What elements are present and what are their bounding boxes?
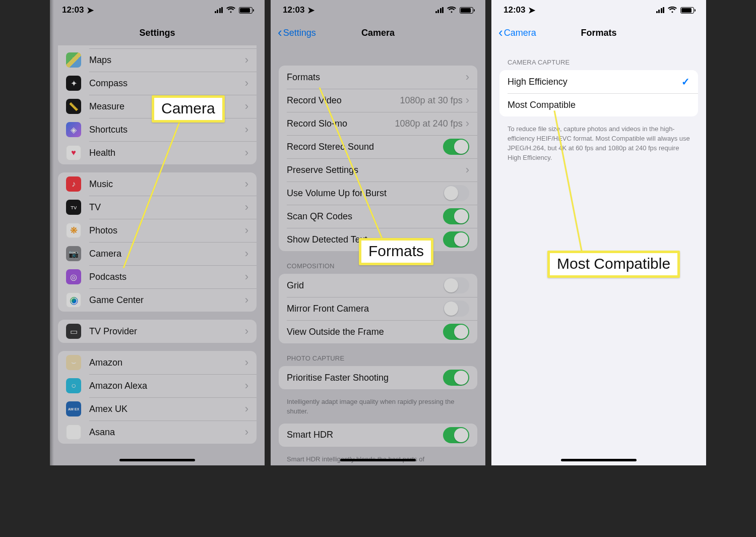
chevron-right-icon: › [245,379,248,392]
camera-row[interactable]: Record Slo-mo1080p at 240 fps› [279,112,477,135]
navbar: ‹ Camera Formats [491,20,706,45]
chevron-right-icon: › [466,71,469,84]
status-bar: 12:03 ➤ [50,0,265,20]
camera-row[interactable]: Use Volume Up for Burst [279,182,477,205]
settings-group-b: ♪ Music › ᴛᴠ TV › Photos › 📷 Camera › ◎ … [58,172,257,312]
section-header-camera-capture: CAMERA CAPTURE [508,58,690,66]
photos-icon [66,223,81,238]
settings-row-health[interactable]: ♥ Health › [58,141,257,164]
navbar: Settings [50,20,265,45]
row-label: Compass [89,78,245,89]
settings-row-measure[interactable]: 📏 Measure › [58,95,257,118]
format-option[interactable]: High Efficiency ✓ [499,70,698,93]
section-footer: To reduce file size, capture photos and … [508,125,690,162]
camera-row[interactable]: Record Video1080p at 30 fps› [279,89,477,112]
row-label: Amazon Alexa [89,381,245,391]
chevron-left-icon: ‹ [278,26,282,39]
settings-row-amex[interactable]: AM EX Amex UK › [58,397,257,421]
settings-row-maps[interactable]: Maps › [58,48,257,72]
chevron-left-icon: ‹ [498,26,503,39]
camera-row[interactable]: Preserve Settings› [279,158,477,182]
settings-row-compass[interactable]: ✦ Compass › [58,72,257,95]
row-label: Camera [89,249,245,259]
row-label: Asana [89,427,245,438]
settings-row-shortcuts[interactable]: ◈ Shortcuts › [58,118,257,141]
camera-row[interactable]: Formats› [279,66,477,89]
chevron-right-icon: › [245,426,248,439]
row-label: Maps [89,55,245,66]
back-button[interactable]: ‹ Settings [278,20,316,45]
settings-row-photos[interactable]: Photos › [58,219,257,242]
chevron-right-icon: › [245,177,248,191]
camera-row[interactable]: Scan QR Codes [279,205,477,228]
toggle[interactable] [443,208,469,224]
settings-row-amazon[interactable]: ⌣ Amazon › [58,351,257,374]
format-option[interactable]: Most Compatible [499,93,698,116]
chevron-right-icon: › [245,247,248,260]
row-label: Grid [287,280,443,291]
home-indicator[interactable] [119,459,195,461]
compass-icon: ✦ [66,76,81,91]
row-label: Amazon [89,357,245,368]
section-header-photo-capture: PHOTO CAPTURE [287,354,469,362]
toggle[interactable] [443,370,469,386]
row-label: Music [89,179,245,190]
toggle[interactable] [443,277,469,293]
shortcuts-icon: ◈ [66,122,81,137]
settings-row-podcasts[interactable]: ◎ Podcasts › [58,265,257,288]
wifi-icon [447,6,456,15]
row-label: Record Video [287,95,400,106]
row-label: Record Stereo Sound [287,142,443,152]
status-bar: 12:03 ➤ [271,0,485,20]
row-label: Formats [287,72,466,83]
camera-row[interactable]: Show Detected Text [279,228,477,251]
row-value: 1080p at 30 fps [400,95,463,106]
toggle[interactable] [443,301,469,317]
toggle[interactable] [443,324,469,340]
settings-row-music[interactable]: ♪ Music › [58,172,257,196]
settings-row-tvprovider[interactable]: ▭ TV Provider › [58,320,257,343]
back-button[interactable]: ‹ Camera [498,20,536,45]
chevron-right-icon: › [466,94,469,107]
home-indicator[interactable] [340,459,416,461]
amazon-icon: ⌣ [66,355,81,370]
chevron-right-icon: › [245,53,248,67]
alexa-icon: ○ [66,378,81,393]
status-time: 12:03 [62,5,84,15]
status-time: 12:03 [503,5,525,15]
toggle[interactable] [443,427,469,443]
location-icon: ➤ [307,5,314,16]
toggle[interactable] [443,185,469,201]
camera-group-c: Prioritise Faster Shooting [279,366,477,389]
camera-row[interactable]: Smart HDR [279,424,477,447]
gamecenter-icon [66,292,81,308]
row-label: High Efficiency [508,77,681,87]
maps-icon [66,52,81,68]
camera-row[interactable]: Mirror Front Camera [279,297,477,320]
music-icon: ♪ [66,176,81,192]
wifi-icon [668,6,677,15]
chevron-right-icon: › [245,293,248,307]
battery-icon [680,7,694,14]
toggle[interactable] [443,231,469,248]
home-indicator[interactable] [561,459,637,461]
row-label: Shortcuts [89,125,245,135]
row-label: Preserve Settings [287,165,466,175]
status-bar: 12:03 ➤ [491,0,706,20]
settings-row-alexa[interactable]: ○ Amazon Alexa › [58,374,257,397]
settings-row-asana[interactable]: ● Asana › [58,421,257,444]
camera-row[interactable]: View Outside the Frame [279,320,477,343]
settings-row-gamecenter[interactable]: Game Center › [58,288,257,312]
tv-icon: ᴛᴠ [66,200,81,215]
row-label: Health [89,148,245,158]
camera-row[interactable]: Prioritise Faster Shooting [279,366,477,389]
back-label: Settings [283,28,316,38]
camera-row[interactable]: Grid [279,274,477,297]
page-title: Settings [139,28,175,38]
toggle[interactable] [443,139,469,155]
settings-row-tv[interactable]: ᴛᴠ TV › [58,196,257,219]
page-title: Camera [361,28,395,38]
settings-row-camera[interactable]: 📷 Camera › [58,242,257,265]
camera-row[interactable]: Record Stereo Sound [279,135,477,158]
camera-group-a: Formats› Record Video1080p at 30 fps› Re… [279,66,477,251]
